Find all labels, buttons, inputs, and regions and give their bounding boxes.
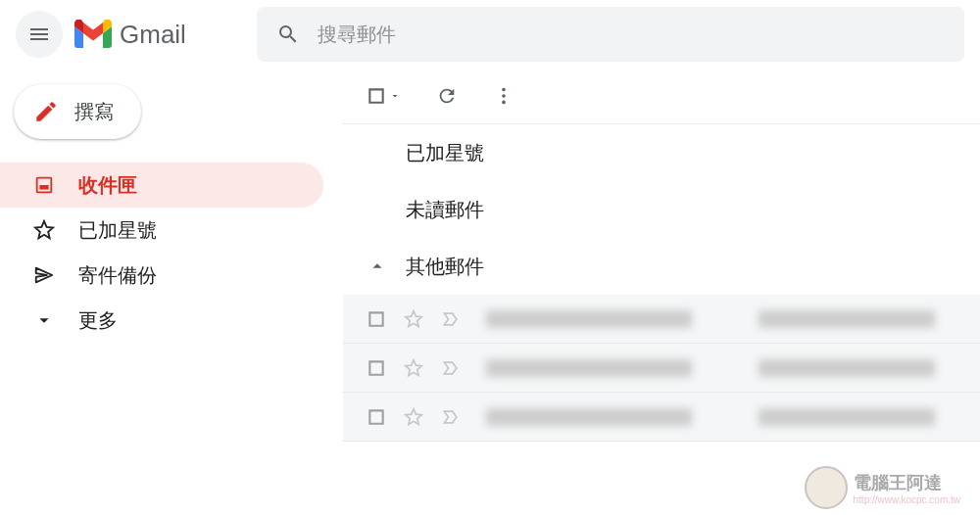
sidebar-item-inbox[interactable]: 收件匣: [0, 163, 323, 208]
hamburger-icon: [27, 23, 51, 46]
mail-subject: [759, 408, 935, 426]
inbox-icon: [33, 174, 63, 196]
mail-sender: [486, 310, 692, 328]
search-icon: [276, 23, 300, 46]
main-menu-button[interactable]: [16, 11, 63, 58]
importance-icon[interactable]: [441, 358, 461, 378]
mail-list: [343, 295, 980, 442]
kebab-icon: [493, 85, 514, 107]
svg-rect-0: [39, 185, 48, 190]
checkbox-icon[interactable]: [367, 309, 386, 329]
sidebar-item-label: 更多: [78, 307, 118, 334]
sidebar-item-starred[interactable]: 已加星號: [0, 208, 323, 253]
gmail-logo[interactable]: Gmail: [74, 20, 186, 50]
dropdown-arrow-icon: [389, 90, 401, 102]
star-icon[interactable]: [404, 358, 423, 378]
mail-sender: [486, 359, 692, 377]
gmail-logo-icon: [74, 20, 112, 49]
sidebar-item-label: 寄件備份: [78, 262, 157, 289]
search-placeholder: 搜尋郵件: [318, 22, 396, 48]
send-icon: [33, 264, 63, 286]
mail-sender: [486, 408, 692, 426]
sidebar-item-label: 已加星號: [78, 217, 157, 244]
refresh-icon: [436, 85, 458, 107]
section-unread[interactable]: 未讀郵件: [343, 181, 980, 238]
star-icon: [33, 219, 63, 241]
section-label: 其他郵件: [406, 254, 484, 280]
sidebar-item-sent[interactable]: 寄件備份: [0, 253, 323, 298]
importance-icon[interactable]: [441, 407, 461, 427]
search-bar[interactable]: 搜尋郵件: [257, 7, 964, 62]
checkbox-icon[interactable]: [367, 407, 386, 427]
pencil-icon: [33, 99, 59, 124]
checkbox-icon: [367, 86, 386, 106]
more-options-button[interactable]: [493, 85, 514, 107]
compose-label: 撰寫: [74, 99, 114, 125]
refresh-button[interactable]: [436, 85, 458, 107]
sidebar-item-label: 收件匣: [78, 172, 137, 199]
chevron-up-icon: [367, 256, 388, 277]
chevron-down-icon: [33, 309, 63, 331]
select-all-checkbox[interactable]: [367, 86, 401, 106]
star-icon[interactable]: [404, 309, 423, 329]
mail-subject: [759, 359, 935, 377]
mail-subject: [759, 310, 935, 328]
section-starred[interactable]: 已加星號: [343, 124, 980, 181]
section-label: 未讀郵件: [406, 197, 484, 223]
importance-icon[interactable]: [441, 309, 461, 329]
star-icon[interactable]: [404, 407, 423, 427]
mail-row[interactable]: [343, 344, 980, 393]
compose-button[interactable]: 撰寫: [14, 84, 141, 139]
svg-point-3: [502, 101, 506, 105]
sidebar: 撰寫 收件匣 已加星號 寄件備份 更多: [0, 69, 343, 515]
checkbox-icon[interactable]: [367, 358, 386, 378]
section-other[interactable]: 其他郵件: [343, 238, 980, 295]
mail-row[interactable]: [343, 295, 980, 344]
app-name: Gmail: [120, 20, 186, 50]
sidebar-item-more[interactable]: 更多: [0, 298, 323, 343]
section-label: 已加星號: [406, 140, 484, 166]
svg-point-1: [502, 88, 506, 92]
svg-point-2: [502, 94, 506, 98]
mail-row[interactable]: [343, 393, 980, 442]
main-panel: 已加星號 未讀郵件 其他郵件: [343, 69, 980, 515]
